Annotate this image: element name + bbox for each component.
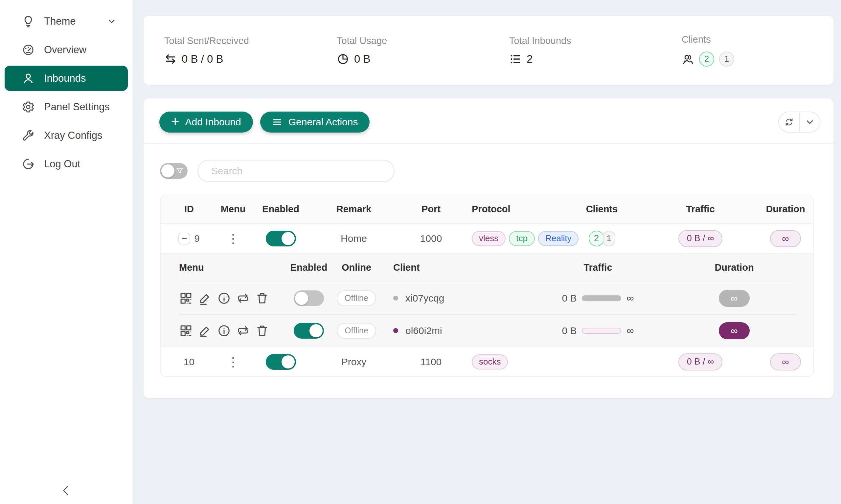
pie-chart-icon (337, 53, 349, 65)
refresh-button[interactable] (779, 112, 799, 132)
refresh-button-group (778, 111, 820, 132)
sidebar-item-log-out[interactable]: Log Out (5, 151, 128, 177)
list-icon (509, 53, 522, 65)
duration-cell: ∞ (758, 354, 813, 371)
protocol-tag: socks (472, 354, 508, 370)
header-client: Client (383, 262, 508, 273)
traffic-progress-bar (582, 328, 621, 334)
gear-icon (22, 101, 35, 113)
header-duration: Duration (688, 262, 780, 273)
trash-icon[interactable] (255, 291, 269, 305)
sidebar-item-theme[interactable]: Theme (5, 8, 128, 34)
general-actions-button[interactable]: General Actions (260, 111, 370, 132)
transfer-arrows-icon (164, 53, 177, 65)
info-icon[interactable] (217, 324, 231, 338)
traffic-cell: 0 B / ∞ (643, 354, 758, 371)
header-clients: Clients (561, 204, 643, 215)
traffic-used: 0 B (562, 325, 577, 336)
toolbar: + Add Inbound General Actions (143, 98, 834, 144)
sidebar-item-panel-settings[interactable]: Panel Settings (5, 94, 128, 120)
header-remark: Remark (313, 204, 395, 215)
stat-clients: Clients 2 1 (661, 34, 834, 67)
sidebar-item-label: Theme (44, 15, 75, 27)
search-row (143, 144, 834, 195)
clients-cell: 2 1 (561, 231, 643, 247)
dashboard-icon (22, 43, 35, 56)
traffic-cap: ∞ (627, 325, 634, 337)
sidebar-collapse-button[interactable] (0, 483, 132, 498)
clients-inactive-badge: 1 (603, 231, 615, 247)
kebab-menu-icon[interactable]: ⋮ (227, 232, 240, 245)
header-traffic: Traffic (508, 262, 688, 273)
qr-code-icon[interactable] (179, 291, 193, 305)
stat-total-sent-received: Total Sent/Received 0 B / 0 B (143, 35, 316, 65)
qr-code-icon[interactable] (179, 324, 193, 338)
enabled-cell (249, 354, 313, 370)
client-menu-cell (179, 291, 288, 305)
table-header-row: ID Menu Enabled Remark Port Protocol Cli… (161, 195, 813, 223)
wrench-icon (22, 129, 35, 142)
filter-toggle[interactable] (160, 163, 188, 179)
traffic-used: 0 B (562, 293, 577, 304)
info-icon[interactable] (217, 291, 231, 305)
sidebar-item-label: Panel Settings (44, 101, 110, 113)
main-content: Total Sent/Received 0 B / 0 B Total Usag… (132, 0, 841, 504)
toggle-knob (295, 292, 308, 305)
repeat-icon[interactable] (236, 291, 250, 305)
toggle-knob (281, 232, 295, 245)
stat-total-usage: Total Usage 0 B (316, 35, 488, 65)
protocol-tag: tcp (509, 231, 535, 246)
header-menu: Menu (218, 204, 249, 215)
duration-pill[interactable]: ∞ (719, 290, 750, 307)
stat-value: 0 B / 0 B (182, 53, 223, 65)
menu-cell: ⋮ (218, 356, 249, 368)
add-inbound-button[interactable]: + Add Inbound (159, 111, 253, 132)
refresh-icon (784, 117, 794, 127)
search-input[interactable] (198, 160, 395, 182)
protocol-cell: socks (467, 354, 561, 370)
remark-cell: Home (313, 233, 395, 244)
sidebar-item-xray-configs[interactable]: Xray Configs (5, 123, 128, 148)
inbound-enabled-toggle[interactable] (266, 354, 296, 370)
edit-icon[interactable] (198, 291, 212, 305)
toggle-knob (309, 324, 323, 337)
remark-cell: Proxy (313, 356, 395, 367)
client-traffic-cell: 0 B ∞ (508, 325, 688, 337)
sidebar-item-overview[interactable]: Overview (5, 37, 128, 62)
header-enabled: Enabled (288, 262, 330, 273)
online-status-badge: Offline (337, 323, 376, 339)
trash-icon[interactable] (255, 324, 269, 338)
user-icon (22, 72, 35, 85)
client-enabled-cell (288, 323, 330, 339)
kebab-menu-icon[interactable]: ⋮ (227, 356, 240, 368)
inbound-enabled-toggle[interactable] (266, 231, 296, 247)
duration-pill[interactable]: ∞ (719, 322, 750, 339)
plus-icon: + (171, 114, 179, 128)
enabled-cell (249, 231, 313, 247)
client-status-dot (393, 328, 398, 333)
stat-label: Total Sent/Received (164, 35, 316, 46)
inbounds-card: + Add Inbound General Actions (143, 98, 834, 398)
refresh-options-button[interactable] (799, 112, 820, 132)
repeat-icon[interactable] (236, 324, 250, 338)
port-cell: 1000 (395, 233, 467, 244)
stat-value: 0 B (354, 53, 371, 65)
collapse-row-button[interactable]: − (178, 233, 190, 245)
row-id: 9 (194, 233, 200, 244)
client-enabled-cell (288, 290, 330, 306)
client-enabled-toggle[interactable] (294, 290, 324, 306)
client-name-cell: ol60i2mi (383, 325, 508, 336)
header-protocol: Protocol (467, 204, 561, 215)
client-enabled-toggle[interactable] (294, 323, 324, 339)
stat-total-inbounds: Total Inbounds 2 (488, 35, 661, 65)
stat-label: Total Inbounds (509, 35, 661, 46)
sidebar-item-inbounds[interactable]: Inbounds (5, 66, 128, 91)
edit-icon[interactable] (198, 324, 212, 338)
header-online: Online (330, 262, 383, 273)
client-row: Offline ol60i2mi 0 B ∞ ∞ (179, 314, 797, 346)
stat-label: Clients (682, 34, 834, 45)
client-table-header-row: Menu Enabled Online Client Traffic Durat… (179, 254, 797, 282)
toggle-knob (161, 164, 174, 178)
traffic-progress-bar (582, 295, 621, 301)
duration-pill: ∞ (770, 354, 801, 371)
